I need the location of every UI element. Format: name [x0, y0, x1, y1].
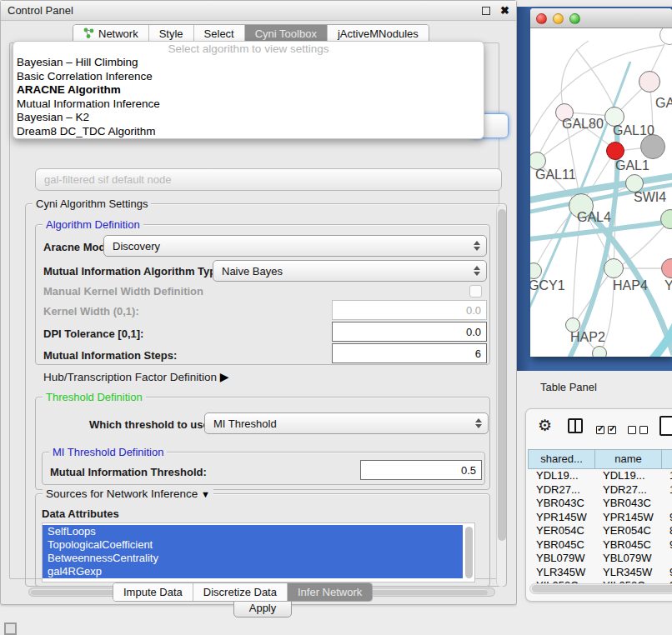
scrollbar-thumb[interactable]: [532, 585, 672, 592]
table-panel-title: Table Panel: [540, 381, 597, 393]
table-row[interactable]: YDR27... YDR27... 12: [528, 483, 672, 498]
table-row[interactable]: YDL19... YDL19... 13: [528, 469, 672, 483]
which-threshold-combo[interactable]: MI Threshold: [204, 412, 489, 434]
tab-discretize-data[interactable]: Discretize Data: [193, 583, 288, 601]
scrollbar-thumb[interactable]: [498, 209, 506, 541]
table-hscrollbar[interactable]: [529, 583, 672, 594]
screen: Control Panel ✖ Network Style Select Cyn…: [0, 0, 672, 635]
gear-icon[interactable]: ⚙: [538, 416, 552, 435]
dropdown-item[interactable]: Bayesian – Hill Climbing: [13, 56, 484, 70]
mi-threshold-label: Mutual Information Threshold:: [50, 466, 207, 478]
combo-arrows-icon: [474, 241, 480, 251]
kernel-width-field: [332, 300, 487, 320]
table-row[interactable]: YBR045C YBR045C 9.: [528, 538, 672, 552]
node-label: Y: [664, 278, 672, 293]
tab-infer-network[interactable]: Infer Network: [288, 583, 372, 601]
mi-threshold-field[interactable]: [360, 460, 482, 480]
hub-definition-toggle[interactable]: Hub/Transcription Factor Definition ▶: [43, 370, 229, 383]
tab-jactivemnodules[interactable]: jActiveMNodules: [328, 25, 429, 42]
threshold-definition-title: Threshold Definition: [43, 391, 146, 403]
dropdown-item[interactable]: Dream8 DC_TDC Algorithm: [13, 125, 484, 139]
node-gal-partial[interactable]: [639, 71, 660, 92]
network-view-window[interactable]: GAL GAL80 GAL10 GAL1 GAL11 SWI4 GAL4 GCY…: [530, 8, 672, 357]
table-header-row: shared... name A: [528, 449, 672, 469]
dropdown-item[interactable]: Basic Correlation Inference: [13, 70, 484, 84]
column-header[interactable]: name: [594, 449, 661, 469]
which-threshold-label: Which threshold to use:: [89, 418, 213, 431]
tab-select[interactable]: Select: [194, 25, 245, 42]
sources-group-title[interactable]: Sources for Network Inference ▼: [43, 488, 213, 500]
zoom-traffic-light-icon[interactable]: [569, 13, 580, 24]
mi-steps-field[interactable]: [332, 343, 487, 363]
collapsed-arrow-icon: ▶: [220, 370, 229, 383]
list-scrollbar[interactable]: [465, 527, 473, 578]
mi-steps-label: Mutual Information Steps:: [43, 349, 177, 362]
new-table-icon[interactable]: [659, 416, 672, 436]
data-attributes-list[interactable]: SelfLoops TopologicalCoefficient Between…: [42, 522, 475, 582]
expanded-arrow-icon: ▼: [201, 489, 210, 499]
dropdown-item-selected[interactable]: ARACNE Algorithm: [13, 83, 484, 98]
list-item[interactable]: gal4RGexp: [43, 565, 463, 578]
dpi-tolerance-label: DPI Tolerance [0,1]:: [43, 328, 143, 340]
node-label: GAL4: [577, 210, 611, 225]
mi-type-combo[interactable]: Naive Bayes: [213, 260, 487, 282]
network-desktop: GAL GAL80 GAL10 GAL1 GAL11 SWI4 GAL4 GCY…: [517, 7, 672, 371]
network-selector-combo: gal-filtered sif default node: [35, 168, 502, 191]
close-icon[interactable]: ✖: [500, 5, 509, 16]
node-label: HAP4: [613, 278, 648, 293]
network-canvas[interactable]: GAL GAL80 GAL10 GAL1 GAL11 SWI4 GAL4 GCY…: [530, 28, 672, 357]
mi-type-label: Mutual Information Algorithm Type:: [43, 265, 226, 278]
list-item[interactable]: BetweennessCentrality: [43, 552, 463, 565]
network-window-titlebar[interactable]: [530, 8, 672, 28]
node-unlabeled[interactable]: [592, 346, 607, 357]
algorithm-definition-title: Algorithm Definition: [43, 218, 143, 231]
control-panel-window: Control Panel ✖ Network Style Select Cyn…: [0, 0, 517, 605]
settings-scrollbar[interactable]: [496, 205, 506, 587]
tab-network[interactable]: Network: [73, 25, 149, 42]
float-panel-icon[interactable]: [482, 7, 490, 15]
minimize-traffic-light-icon[interactable]: [553, 13, 564, 24]
table-row[interactable]: YBR043C YBR043C: [528, 497, 672, 511]
column-header[interactable]: A: [661, 449, 672, 469]
dropdown-item[interactable]: Bayesian – K2: [13, 111, 484, 125]
algorithm-dropdown-popup: Select algorithm to view settings Bayesi…: [13, 41, 484, 139]
data-attributes-label: Data Attributes: [42, 508, 119, 520]
dock-panel-icon[interactable]: [4, 622, 17, 635]
node-label: GCY1: [530, 278, 565, 293]
deselect-all-columns-icon[interactable]: [628, 422, 651, 438]
tab-cyni-toolbox[interactable]: Cyni Toolbox: [245, 25, 328, 42]
columns-icon[interactable]: [568, 418, 583, 433]
node-label: GAL: [655, 96, 672, 111]
aracne-mode-combo[interactable]: Discovery: [103, 235, 487, 257]
table-row[interactable]: YER054C YER054C 8.: [528, 524, 672, 538]
node-hap4[interactable]: [604, 258, 624, 278]
node-label: HAP2: [570, 330, 605, 345]
dropdown-item[interactable]: Mutual Information Inference: [13, 98, 484, 112]
node-label: GAL80: [562, 117, 604, 132]
table-row[interactable]: YLR345W YLR345W 9.: [528, 566, 672, 580]
column-header[interactable]: shared...: [528, 449, 594, 469]
list-item[interactable]: SelfLoops: [43, 525, 463, 538]
manual-kernel-checkbox[interactable]: [469, 285, 482, 298]
node-label: GAL11: [535, 168, 576, 182]
select-all-columns-icon[interactable]: [596, 422, 619, 438]
combo-arrows-icon: [475, 418, 482, 428]
network-icon: [83, 28, 94, 41]
table-row[interactable]: YPR145W YPR145W 9.: [528, 511, 672, 525]
cyni-bottom-tabs: Impute Data Discretize Data Infer Networ…: [113, 582, 373, 602]
node-label: SWI4: [634, 190, 666, 205]
table-row[interactable]: YBL079W YBL079W: [528, 552, 672, 566]
tab-impute-data[interactable]: Impute Data: [113, 583, 193, 601]
node-label: GAL10: [613, 123, 654, 138]
list-item[interactable]: TopologicalCoefficient: [43, 538, 463, 552]
node-label: GAL1: [615, 158, 649, 173]
table-toolbar: ⚙: [526, 409, 672, 448]
tab-style[interactable]: Style: [149, 25, 194, 42]
close-traffic-light-icon[interactable]: [536, 13, 547, 24]
tab-network-label: Network: [98, 28, 138, 40]
dpi-tolerance-field[interactable]: [332, 322, 487, 342]
table-panel: ⚙ shared... name A YDL19... YDL19... 13: [525, 408, 672, 602]
mi-threshold-group-title: MI Threshold Definition: [49, 446, 167, 458]
node-gal1[interactable]: [606, 142, 624, 160]
control-panel-titlebar: Control Panel ✖: [1, 1, 516, 21]
